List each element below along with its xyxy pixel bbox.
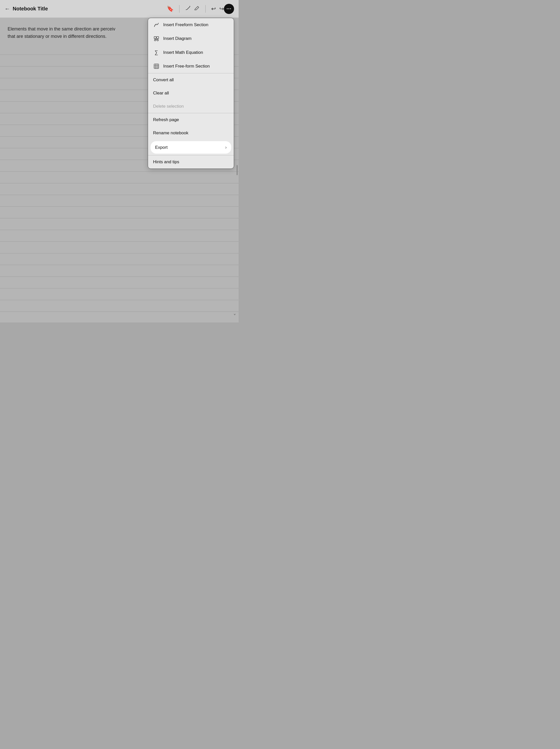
ruled-line <box>0 218 239 230</box>
grid-icon <box>153 63 160 69</box>
svg-rect-8 <box>154 64 159 68</box>
menu-section-actions: Convert all Clear all Delete selection <box>148 73 234 113</box>
ruled-line <box>0 265 239 277</box>
menu-item-insert-freeform[interactable]: Insert Freeform Section <box>148 18 234 32</box>
svg-rect-1 <box>154 37 156 39</box>
clear-all-label: Clear all <box>153 91 169 96</box>
eraser-icon[interactable] <box>194 5 200 13</box>
ruled-line <box>0 253 239 265</box>
scroll-indicator[interactable] <box>237 165 238 175</box>
svg-marker-0 <box>195 6 199 10</box>
more-button[interactable]: ··· <box>224 4 234 14</box>
pen-icon[interactable] <box>185 5 191 13</box>
notebook-text: Elements that move in the same direction… <box>0 18 142 45</box>
menu-item-clear-all[interactable]: Clear all <box>148 87 234 100</box>
rename-notebook-label: Rename notebook <box>153 130 188 135</box>
delete-selection-label: Delete selection <box>153 104 184 109</box>
menu-item-convert-all[interactable]: Convert all <box>148 73 234 87</box>
diagram-icon <box>153 36 160 41</box>
insert-math-label: Insert Math Equation <box>163 50 203 55</box>
menu-section-insert: Insert Freeform Section Insert Diagram ∑… <box>148 18 234 73</box>
convert-all-label: Convert all <box>153 78 174 83</box>
ruled-line <box>0 242 239 253</box>
svg-point-3 <box>154 39 156 41</box>
hints-tips-label: Hints and tips <box>153 159 179 165</box>
menu-item-hints-tips[interactable]: Hints and tips <box>148 155 234 169</box>
text-line-2: that are stationary or move in different… <box>7 33 134 40</box>
freeform-icon <box>153 22 160 28</box>
ruled-line <box>0 183 239 195</box>
insert-freeform-label: Insert Freeform Section <box>163 22 209 27</box>
ruled-line <box>0 288 239 300</box>
ruled-line <box>0 312 239 322</box>
ruled-line <box>0 230 239 242</box>
text-line-1: Elements that move in the same direction… <box>7 25 134 33</box>
sigma-icon: ∑ <box>153 49 160 55</box>
svg-point-7 <box>157 39 158 41</box>
ruled-line <box>0 207 239 218</box>
menu-item-insert-math[interactable]: ∑ Insert Math Equation <box>148 45 234 59</box>
undo-icon[interactable]: ↩ <box>211 5 216 12</box>
menu-item-insert-diagram[interactable]: Insert Diagram <box>148 32 234 45</box>
toolbar: ← Notebook Title 🔖 ↩ ↪ ··· <box>0 0 239 18</box>
more-icon: ··· <box>227 6 232 12</box>
export-label: Export <box>155 145 168 150</box>
menu-item-insert-freeform-section[interactable]: Insert Free-form Section <box>148 59 234 73</box>
ruled-line <box>0 172 239 183</box>
menu-item-rename-notebook[interactable]: Rename notebook <box>148 126 234 140</box>
toolbar-center: 🔖 ↩ ↪ <box>167 5 224 13</box>
ruled-line <box>0 195 239 207</box>
insert-freeform-section-label: Insert Free-form Section <box>163 64 210 69</box>
redo-icon[interactable]: ↪ <box>219 5 224 12</box>
menu-section-page: Refresh page Rename notebook Export › <box>148 113 234 155</box>
ruled-line <box>0 277 239 288</box>
back-icon[interactable]: ← <box>4 5 10 12</box>
toolbar-divider <box>179 5 179 13</box>
toolbar-left: ← Notebook Title <box>4 5 167 12</box>
dropdown-menu: Insert Freeform Section Insert Diagram ∑… <box>148 18 234 169</box>
ruled-line <box>0 300 239 312</box>
notebook-title: Notebook Title <box>13 6 48 12</box>
svg-rect-2 <box>157 37 159 39</box>
menu-item-refresh-page[interactable]: Refresh page <box>148 113 234 126</box>
refresh-page-label: Refresh page <box>153 117 179 122</box>
insert-diagram-label: Insert Diagram <box>163 36 191 41</box>
export-chevron-icon: › <box>225 145 227 150</box>
page-bottom-arrow: ˅ <box>233 313 236 320</box>
bookmark-icon[interactable]: 🔖 <box>167 5 174 12</box>
menu-section-help: Hints and tips <box>148 155 234 169</box>
menu-item-export[interactable]: Export › <box>151 141 231 154</box>
toolbar-right: ··· <box>224 4 234 14</box>
menu-item-delete-selection: Delete selection <box>148 100 234 113</box>
